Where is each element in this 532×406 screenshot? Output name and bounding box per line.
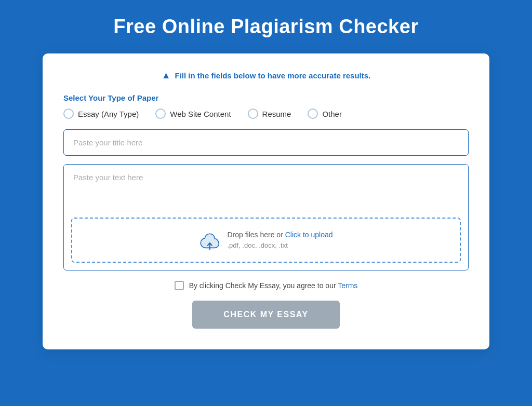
warning-icon: ▲: [162, 70, 171, 81]
terms-row: By clicking Check My Essay, you agree to…: [63, 281, 469, 290]
radio-option-other[interactable]: Other: [308, 109, 342, 119]
radio-group: Essay (Any Type) Web Site Content Resume…: [63, 109, 469, 119]
radio-label-website: Web Site Content: [170, 110, 231, 118]
radio-option-essay[interactable]: Essay (Any Type): [63, 109, 139, 119]
info-banner: ▲ Fill in the fields below to have more …: [63, 70, 469, 81]
upload-formats: .pdf, .doc, .docx, .txt: [227, 240, 332, 251]
main-form-container: ▲ Fill in the fields below to have more …: [43, 53, 489, 349]
terms-text: By clicking Check My Essay, you agree to…: [189, 281, 358, 290]
radio-resume[interactable]: [248, 109, 258, 119]
upload-text: Drop files here or Click to upload .pdf,…: [227, 229, 332, 251]
text-area[interactable]: [64, 165, 468, 211]
radio-other[interactable]: [308, 109, 318, 119]
check-essay-button[interactable]: CHECK MY ESSAY: [192, 301, 339, 329]
radio-essay[interactable]: [63, 109, 74, 119]
paper-type-section: Select Your Type of Paper Essay (Any Typ…: [63, 93, 469, 119]
radio-label-essay: Essay (Any Type): [78, 110, 139, 118]
text-area-container: Drop files here or Click to upload .pdf,…: [63, 164, 469, 270]
radio-label-other: Other: [322, 110, 342, 118]
radio-website[interactable]: [155, 109, 166, 119]
radio-label-resume: Resume: [262, 110, 291, 118]
info-text: Fill in the fields below to have more ac…: [175, 71, 371, 80]
title-input[interactable]: [63, 129, 469, 156]
upload-cloud-icon: [199, 231, 220, 250]
terms-checkbox[interactable]: [175, 281, 184, 290]
page-title: Free Online Plagiarism Checker: [10, 16, 522, 38]
upload-area[interactable]: Drop files here or Click to upload .pdf,…: [71, 218, 461, 263]
upload-link[interactable]: Click to upload: [285, 231, 333, 239]
radio-option-resume[interactable]: Resume: [248, 109, 291, 119]
paper-type-label: Select Your Type of Paper: [63, 93, 469, 102]
terms-link[interactable]: Terms: [338, 281, 357, 290]
radio-option-website[interactable]: Web Site Content: [155, 109, 231, 119]
drop-text: Drop files here or: [227, 231, 285, 239]
